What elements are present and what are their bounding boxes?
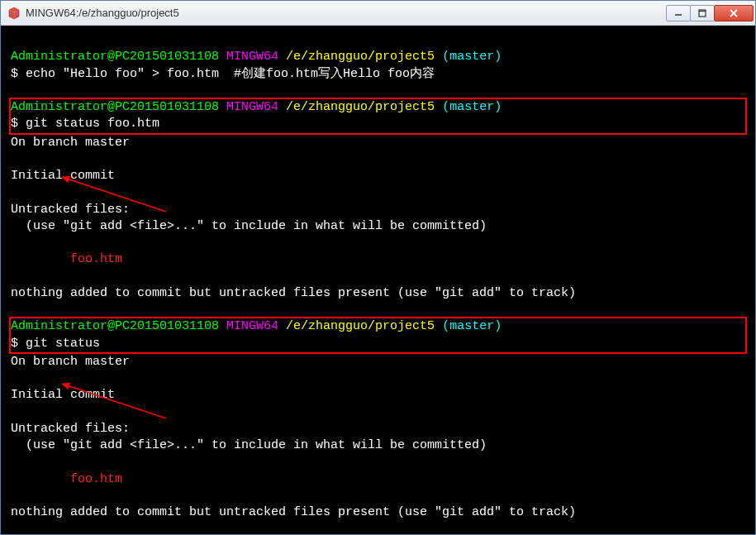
prompt-line: Administrator@PC201501031108 MINGW64 /e/…	[11, 318, 745, 335]
output-line: nothing added to commit but untracked fi…	[11, 504, 745, 521]
output-line: On branch master	[11, 135, 745, 151]
app-icon	[7, 7, 21, 20]
user-host: Administrator@PC201501031108	[11, 319, 219, 333]
cwd: /e/zhangguo/project5	[286, 100, 435, 114]
prompt-symbol: $	[11, 337, 18, 351]
shell-name: MINGW64	[226, 319, 278, 333]
cwd: /e/zhangguo/project5	[286, 319, 435, 333]
branch: (master)	[442, 100, 502, 114]
window-controls	[667, 5, 754, 21]
output-line: Untracked files:	[11, 202, 745, 218]
cwd: /e/zhangguo/project5	[286, 50, 435, 64]
prompt-symbol: $	[11, 67, 18, 81]
output-line: (use "git add <file>..." to include in w…	[11, 437, 745, 454]
window-title: MINGW64:/e/zhangguo/project5	[26, 7, 667, 19]
branch: (master)	[442, 319, 502, 333]
shell-name: MINGW64	[226, 100, 278, 114]
output-line: On branch master	[11, 354, 745, 370]
command-text: git status	[18, 337, 100, 351]
minimize-button[interactable]	[666, 5, 691, 21]
prompt-symbol: $	[11, 117, 18, 131]
command-line: $ git status foo.htm	[11, 116, 745, 132]
output-line: (use "git add <file>..." to include in w…	[11, 218, 745, 235]
user-host: Administrator@PC201501031108	[11, 50, 219, 64]
command-line: $ git status	[11, 336, 745, 352]
user-host: Administrator@PC201501031108	[11, 100, 219, 114]
command-line: $ echo "Hello foo" > foo.htm #创建foo.htm写…	[11, 66, 745, 83]
prompt-line: Administrator@PC201501031108 MINGW64 /e/…	[11, 99, 745, 116]
output-line: nothing added to commit but untracked fi…	[11, 285, 745, 302]
output-line: Initial commit	[11, 168, 745, 184]
untracked-file: foo.htm	[11, 251, 745, 268]
svg-point-0	[11, 13, 12, 15]
terminal-window: MINGW64:/e/zhangguo/project5 Administrat…	[0, 0, 756, 535]
highlight-box: Administrator@PC201501031108 MINGW64 /e/…	[9, 98, 747, 135]
command-text: echo "Hello foo" > foo.htm #创建foo.htm写入H…	[18, 67, 435, 81]
highlight-box: Administrator@PC201501031108 MINGW64 /e/…	[9, 317, 747, 354]
untracked-file: foo.htm	[11, 471, 745, 488]
titlebar[interactable]: MINGW64:/e/zhangguo/project5	[1, 1, 755, 26]
maximize-button[interactable]	[690, 5, 715, 21]
shell-name: MINGW64	[226, 50, 278, 64]
output-line: Untracked files:	[11, 421, 745, 437]
close-button[interactable]	[714, 5, 754, 21]
command-text: git status foo.htm	[18, 117, 159, 131]
prompt-line: Administrator@PC201501031108 MINGW64 /e/…	[11, 49, 745, 65]
svg-point-1	[16, 13, 17, 15]
terminal-body[interactable]: Administrator@PC201501031108 MINGW64 /e/…	[1, 26, 755, 534]
branch: (master)	[442, 50, 502, 64]
output-line: Initial commit	[11, 387, 745, 404]
